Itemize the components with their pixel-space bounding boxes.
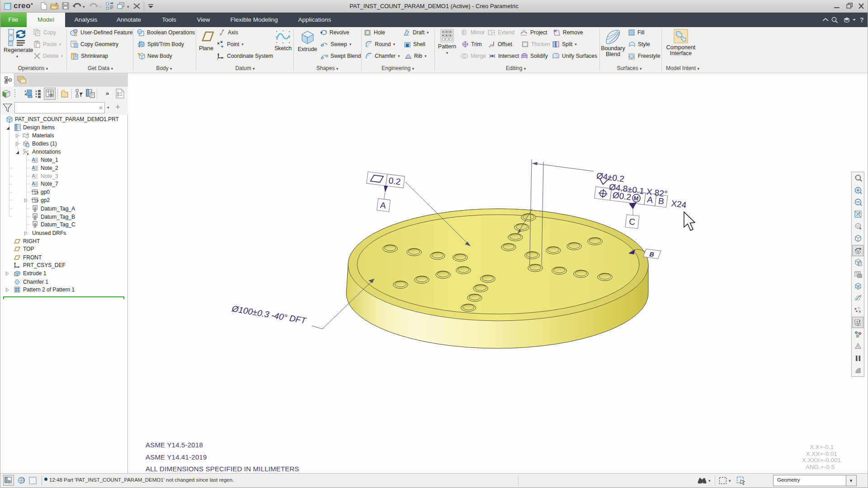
svg-text:X24: X24 — [671, 198, 688, 210]
svg-text:A: A — [32, 181, 35, 186]
svg-text:Ø100±0.3 -40° DFT: Ø100±0.3 -40° DFT — [231, 304, 307, 325]
svg-text:?: ? — [860, 16, 864, 23]
svg-text:0.2: 0.2 — [388, 176, 401, 187]
svg-text:B: B — [649, 250, 655, 258]
svg-text:B: B — [658, 196, 665, 206]
svg-text:z: z — [859, 319, 861, 323]
svg-text:1M: 1M — [35, 192, 38, 195]
svg-text:M: M — [633, 195, 639, 202]
svg-text:A: A — [32, 157, 35, 162]
svg-text:C: C — [628, 217, 636, 227]
svg-text:A: A — [32, 165, 35, 170]
svg-text:A: A — [32, 173, 35, 178]
svg-text:1M: 1M — [35, 200, 38, 203]
